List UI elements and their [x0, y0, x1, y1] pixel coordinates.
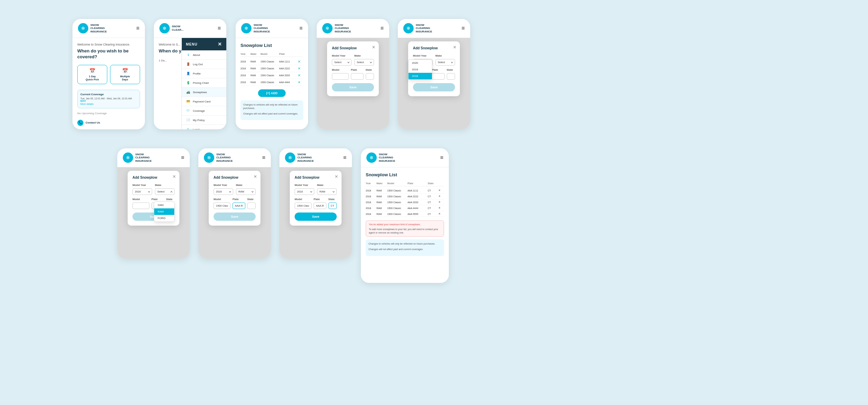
make-option-ram[interactable]: RAM	[154, 208, 174, 215]
make-select-5[interactable]: Select	[435, 59, 455, 66]
save-btn-8[interactable]: Save	[295, 213, 337, 221]
del-full-2[interactable]: ✕	[438, 195, 444, 198]
hamburger-8[interactable]: ≡	[343, 155, 346, 161]
logo-2: ❄ SNOWCLEAR...	[159, 23, 184, 33]
plate-input-8[interactable]	[314, 202, 326, 209]
state-input-7[interactable]	[247, 202, 256, 209]
year-select-6[interactable]: 2018	[132, 188, 152, 195]
save-btn-7[interactable]: Save	[214, 213, 256, 221]
make-group-6: Make Select GMC RAM FORD	[155, 184, 175, 195]
make-select-4[interactable]: SelectRAMGMCFORD	[354, 59, 374, 66]
modal-close-6[interactable]: ✕	[172, 174, 176, 179]
make-select-6[interactable]: Select	[155, 188, 175, 195]
screen-make-dropdown: ❄ SNOWCLEARINGINSURANCE ≡ Add Snowplow ✕…	[117, 148, 190, 259]
menu-item-about[interactable]: ℹAbout	[182, 50, 226, 60]
save-btn-5[interactable]: Save	[413, 83, 455, 91]
model-input-4[interactable]	[332, 73, 349, 80]
menu-item-coverage[interactable]: 🛡Coverage	[182, 106, 226, 116]
save-btn-4[interactable]: Save	[332, 83, 374, 91]
menu-item-policy[interactable]: 📄My Policy	[182, 116, 226, 125]
plate-group-5: Plate	[432, 68, 445, 80]
modal-close-7[interactable]: ✕	[254, 174, 257, 179]
table-row: 2018RAM1500 ClassicAAA 4444✕	[240, 79, 303, 86]
model-group-8: Model	[295, 198, 312, 209]
modal-close-4[interactable]: ✕	[372, 45, 375, 50]
more-details-link[interactable]: More details	[80, 103, 137, 105]
menu-close-btn[interactable]: ✕	[218, 41, 222, 47]
del-full-5[interactable]: ✕	[438, 213, 444, 215]
menu-item-legal[interactable]: ⚖Legal	[182, 125, 226, 129]
year-option-2018[interactable]: 2018	[408, 73, 432, 79]
menu-item-payment[interactable]: 💳Payment Card	[182, 97, 226, 106]
make-option-ford[interactable]: FORD	[154, 215, 174, 221]
delete-row-3[interactable]: ✕	[298, 73, 303, 77]
add-button-3[interactable]: (+) ADD	[258, 89, 286, 97]
year-label-4: Model Year	[332, 54, 352, 57]
make-group-4: Make SelectRAMGMCFORD	[354, 54, 374, 66]
hamburger-5[interactable]: ≡	[462, 25, 465, 31]
screen-full-list: ❄ SNOWCLEARINGINSURANCE ≡ Snowplow List …	[361, 148, 449, 283]
state-input-5[interactable]	[447, 73, 455, 80]
year-option-2019[interactable]: 2019	[408, 66, 432, 73]
logo-icon-9: ❄	[366, 152, 377, 163]
plate-input-7[interactable]	[233, 202, 245, 209]
contact-label-1[interactable]: Contact Us	[86, 121, 100, 124]
year-option-2020[interactable]: 2020	[408, 60, 432, 66]
state-input-4[interactable]	[366, 73, 374, 80]
table-row: 2018RAM1500 ClassicAAA 2222CT✕	[366, 194, 444, 199]
modal-close-5[interactable]: ✕	[453, 45, 456, 50]
form-row-8: Model Year 2018 Make RAM	[295, 184, 337, 195]
hamburger-4[interactable]: ≡	[381, 25, 384, 31]
one-day-option[interactable]: 📅 1 DayQuick Pick	[77, 65, 107, 84]
year-label-8: Model Year	[295, 184, 314, 187]
modal-close-8[interactable]: ✕	[335, 174, 338, 179]
modal-4: Add Snowplow ✕ Model Year Select20182019…	[327, 41, 379, 96]
table-row: 2018RAM1500 ClassicAAA 3333CT✕	[366, 199, 444, 205]
model-label-4: Model	[332, 68, 349, 71]
del-full-3[interactable]: ✕	[438, 201, 444, 204]
year-select-7[interactable]: 2018	[214, 188, 233, 195]
modal-title-4: Add Snowplow	[332, 46, 374, 50]
logo-text-2: SNOWCLEAR...	[172, 25, 184, 31]
hamburger-2[interactable]: ≡	[218, 25, 221, 31]
logo-1: ❄ SNOWCLEARINGINSURANCE	[78, 23, 107, 33]
year-select-4[interactable]: Select201820192020	[332, 59, 352, 66]
plate-label-8: Plate	[314, 198, 326, 201]
screen-snowplow-list: ❄ SNOWCLEARINGINSURANCE ≡ Snowplow List …	[236, 19, 308, 129]
year-group-8: Model Year 2018	[295, 184, 314, 195]
menu-item-profile[interactable]: 👤Profile	[182, 69, 226, 78]
menu-item-logout[interactable]: 🚪Log Out	[182, 60, 226, 69]
body-9: Snowplow List Year Make Model Plate Stat…	[361, 167, 449, 283]
model-input-7	[214, 202, 230, 209]
make-option-gmc[interactable]: GMC	[154, 202, 174, 208]
delete-row-1[interactable]: ✕	[298, 60, 303, 63]
model-label-6: Model	[132, 198, 149, 201]
year-select-8[interactable]: 2018	[295, 188, 314, 195]
state-group-4: State	[366, 68, 374, 80]
model-group-6: Model	[132, 198, 149, 209]
delete-row-2[interactable]: ✕	[298, 67, 303, 70]
make-select-7[interactable]: RAM	[236, 188, 256, 195]
make-select-8[interactable]: RAM	[317, 188, 337, 195]
del-full-1[interactable]: ✕	[438, 189, 444, 192]
menu-item-snowplows[interactable]: 🚜Snowplows	[182, 88, 226, 97]
state-input-8[interactable]	[328, 202, 337, 209]
coverage-question-1: When do you wish to be covered?	[77, 48, 140, 60]
year-label-7: Model Year	[214, 184, 233, 187]
multiple-days-option[interactable]: 📅 MultipleDays	[110, 65, 140, 84]
hamburger-3[interactable]: ≡	[299, 25, 303, 31]
menu-item-pricing[interactable]: 💲Pricing Chart	[182, 78, 226, 88]
hamburger-6[interactable]: ≡	[181, 155, 184, 161]
plate-input-4[interactable]	[351, 73, 364, 80]
plate-input-5[interactable]	[432, 73, 445, 80]
hamburger-9[interactable]: ≡	[440, 155, 443, 161]
hamburger-1[interactable]: ≡	[136, 25, 139, 31]
model-input-6[interactable]	[132, 202, 149, 209]
del-full-4[interactable]: ✕	[438, 207, 444, 209]
snowplow-list-title: Snowplow List	[240, 43, 303, 48]
pricing-icon: 💲	[186, 81, 190, 85]
delete-row-4[interactable]: ✕	[298, 80, 303, 84]
hamburger-7[interactable]: ≡	[262, 155, 265, 161]
col-model: Model	[260, 53, 278, 55]
table-row: 2018RAM1500 ClassicAAA 1111CT✕	[366, 188, 444, 194]
